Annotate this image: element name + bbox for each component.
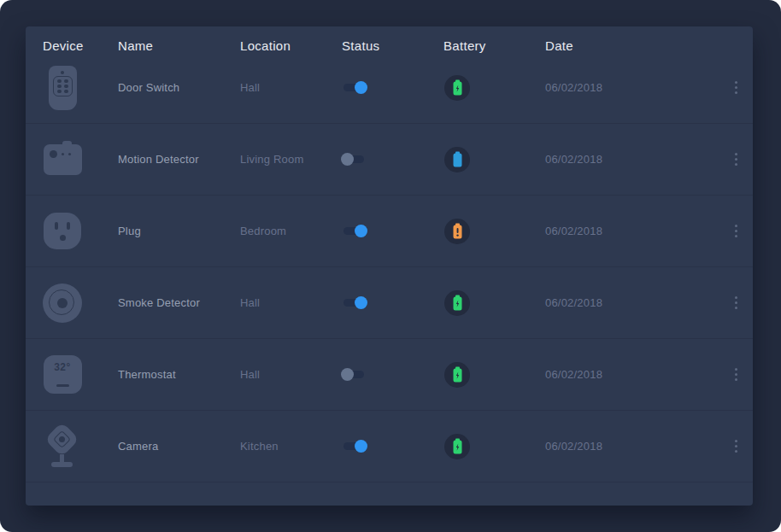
status-toggle[interactable] xyxy=(344,440,366,453)
table-row: Camera Kitchen 06/02/2018 xyxy=(26,411,753,482)
device-name: Camera xyxy=(118,440,240,453)
plug-icon xyxy=(43,207,82,256)
remote-icon xyxy=(43,63,82,113)
row-menu-button[interactable] xyxy=(719,365,753,384)
device-location: Hall xyxy=(240,368,342,381)
battery-badge xyxy=(444,147,470,172)
camera-icon xyxy=(43,422,82,471)
column-header-battery: Battery xyxy=(443,38,545,53)
battery-icon xyxy=(452,223,463,239)
device-date: 06/02/2018 xyxy=(545,225,719,237)
battery-icon xyxy=(452,295,463,311)
battery-badge xyxy=(444,75,470,101)
device-location: Hall xyxy=(240,81,342,94)
device-location: Hall xyxy=(240,296,342,309)
device-date: 06/02/2018 xyxy=(545,153,719,166)
table-row: Plug Bedroom 06/02/2018 xyxy=(26,196,753,267)
battery-badge xyxy=(444,219,470,244)
row-menu-button[interactable] xyxy=(719,149,753,169)
battery-icon xyxy=(452,79,463,96)
device-name: Thermostat xyxy=(118,368,240,381)
table-row: Motion Detector Living Room 06/02/2018 xyxy=(26,124,753,196)
row-menu-button[interactable] xyxy=(719,436,753,456)
row-menu-button[interactable] xyxy=(719,221,753,241)
smoke-detector-icon xyxy=(43,278,82,328)
device-location: Living Room xyxy=(240,153,342,166)
status-toggle[interactable] xyxy=(344,225,366,237)
device-date: 06/02/2018 xyxy=(545,81,719,94)
table-header-row: Device Name Location Status Battery Date xyxy=(26,26,753,52)
device-name: Motion Detector xyxy=(118,153,240,166)
table-row: 32° Thermostat Hall 06/02/2018 xyxy=(26,339,753,411)
battery-icon xyxy=(452,151,463,167)
column-header-device: Device xyxy=(43,38,118,53)
column-header-status: Status xyxy=(342,38,443,53)
status-toggle[interactable] xyxy=(344,81,366,94)
column-header-location: Location xyxy=(240,38,342,53)
battery-icon xyxy=(452,438,463,454)
status-toggle[interactable] xyxy=(344,368,366,381)
motion-detector-icon xyxy=(43,135,82,184)
device-name: Smoke Detector xyxy=(118,296,240,309)
row-menu-button[interactable] xyxy=(719,293,753,313)
device-date: 06/02/2018 xyxy=(545,296,719,309)
column-header-name: Name xyxy=(118,38,240,53)
status-toggle[interactable] xyxy=(344,296,366,309)
table-row: Door Switch Hall 06/02/2018 xyxy=(26,52,753,124)
device-date: 06/02/2018 xyxy=(545,368,719,381)
column-header-date: Date xyxy=(545,38,719,53)
status-toggle[interactable] xyxy=(344,153,366,166)
row-menu-button[interactable] xyxy=(719,78,753,97)
devices-table-card: Device Name Location Status Battery Date… xyxy=(26,26,753,506)
device-name: Plug xyxy=(118,225,240,237)
thermostat-temp-label: 32° xyxy=(44,361,82,373)
app-screen: Device Name Location Status Battery Date… xyxy=(0,0,781,532)
device-location: Bedroom xyxy=(240,225,342,237)
table-row: Smoke Detector Hall 06/02/2018 xyxy=(26,267,753,339)
thermostat-icon: 32° xyxy=(43,350,82,400)
battery-icon xyxy=(452,366,463,383)
battery-badge xyxy=(444,290,470,316)
device-name: Door Switch xyxy=(118,81,240,94)
device-location: Kitchen xyxy=(240,440,342,453)
device-date: 06/02/2018 xyxy=(545,440,719,453)
battery-badge xyxy=(444,362,470,388)
battery-badge xyxy=(444,434,470,459)
